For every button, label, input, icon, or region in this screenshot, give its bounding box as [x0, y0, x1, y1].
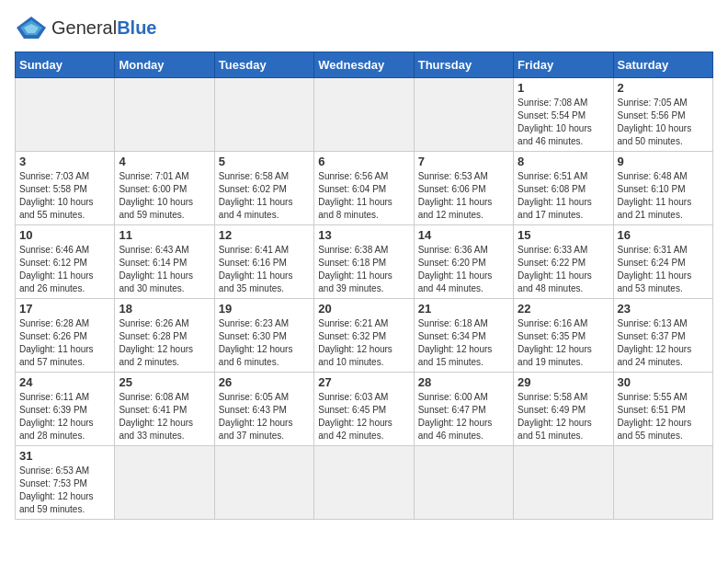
day-info: Sunrise: 6:26 AM Sunset: 6:28 PM Dayligh… [119, 317, 210, 369]
calendar-cell: 22Sunrise: 6:16 AM Sunset: 6:35 PM Dayli… [514, 299, 613, 373]
day-info: Sunrise: 6:05 AM Sunset: 6:43 PM Dayligh… [219, 391, 310, 442]
day-number: 30 [618, 375, 709, 389]
day-info: Sunrise: 6:00 AM Sunset: 6:47 PM Dayligh… [418, 391, 509, 442]
day-number: 14 [418, 228, 509, 242]
calendar-cell: 31Sunrise: 6:53 AM Sunset: 7:53 PM Dayli… [16, 446, 115, 520]
day-header-monday: Monday [115, 52, 214, 78]
calendar-cell: 24Sunrise: 6:11 AM Sunset: 6:39 PM Dayli… [16, 373, 115, 446]
day-info: Sunrise: 6:46 AM Sunset: 6:12 PM Dayligh… [19, 244, 110, 295]
calendar-cell: 19Sunrise: 6:23 AM Sunset: 6:30 PM Dayli… [214, 299, 313, 373]
calendar-cell: 6Sunrise: 6:56 AM Sunset: 6:04 PM Daylig… [314, 152, 414, 225]
day-info: Sunrise: 6:31 AM Sunset: 6:24 PM Dayligh… [618, 244, 709, 295]
day-info: Sunrise: 6:33 AM Sunset: 6:22 PM Dayligh… [518, 244, 609, 295]
day-info: Sunrise: 6:51 AM Sunset: 6:08 PM Dayligh… [518, 170, 609, 222]
day-number: 19 [219, 302, 310, 316]
day-info: Sunrise: 6:36 AM Sunset: 6:20 PM Dayligh… [418, 244, 509, 295]
day-info: Sunrise: 6:41 AM Sunset: 6:16 PM Dayligh… [219, 244, 310, 295]
day-header-friday: Friday [514, 52, 613, 78]
calendar-week-row: 3Sunrise: 7:03 AM Sunset: 5:58 PM Daylig… [16, 152, 713, 225]
day-header-tuesday: Tuesday [214, 52, 313, 78]
day-number: 2 [618, 81, 709, 95]
calendar-table: SundayMondayTuesdayWednesdayThursdayFrid… [15, 52, 713, 520]
day-number: 7 [418, 155, 509, 168]
day-number: 24 [19, 375, 110, 389]
day-info: Sunrise: 6:21 AM Sunset: 6:32 PM Dayligh… [318, 317, 409, 369]
day-info: Sunrise: 6:48 AM Sunset: 6:10 PM Dayligh… [618, 170, 709, 222]
calendar-cell: 9Sunrise: 6:48 AM Sunset: 6:10 PM Daylig… [613, 152, 712, 225]
day-info: Sunrise: 6:23 AM Sunset: 6:30 PM Dayligh… [219, 317, 310, 369]
day-info: Sunrise: 6:18 AM Sunset: 6:34 PM Dayligh… [418, 317, 509, 369]
day-info: Sunrise: 6:03 AM Sunset: 6:45 PM Dayligh… [318, 391, 409, 442]
calendar-cell: 17Sunrise: 6:28 AM Sunset: 6:26 PM Dayli… [16, 299, 115, 373]
day-number: 4 [119, 155, 210, 168]
calendar-cell [613, 446, 712, 520]
day-number: 31 [19, 449, 110, 463]
calendar-cell: 15Sunrise: 6:33 AM Sunset: 6:22 PM Dayli… [514, 225, 613, 299]
day-info: Sunrise: 7:08 AM Sunset: 5:54 PM Dayligh… [518, 97, 609, 148]
calendar-header-row: SundayMondayTuesdayWednesdayThursdayFrid… [16, 52, 713, 78]
calendar-week-row: 1Sunrise: 7:08 AM Sunset: 5:54 PM Daylig… [16, 78, 713, 152]
calendar-week-row: 24Sunrise: 6:11 AM Sunset: 6:39 PM Dayli… [16, 373, 713, 446]
calendar-cell: 27Sunrise: 6:03 AM Sunset: 6:45 PM Dayli… [314, 373, 414, 446]
day-number: 28 [418, 375, 509, 389]
day-number: 11 [119, 228, 210, 242]
calendar-cell [214, 78, 313, 152]
day-info: Sunrise: 6:53 AM Sunset: 7:53 PM Dayligh… [19, 465, 110, 516]
day-number: 29 [518, 375, 609, 389]
day-info: Sunrise: 6:56 AM Sunset: 6:04 PM Dayligh… [318, 170, 409, 222]
day-number: 21 [418, 302, 509, 316]
day-number: 17 [19, 302, 110, 316]
calendar-cell: 14Sunrise: 6:36 AM Sunset: 6:20 PM Dayli… [414, 225, 513, 299]
day-number: 13 [318, 228, 409, 242]
calendar-cell [214, 446, 313, 520]
day-number: 15 [518, 228, 609, 242]
day-info: Sunrise: 6:28 AM Sunset: 6:26 PM Dayligh… [19, 317, 110, 369]
day-info: Sunrise: 7:05 AM Sunset: 5:56 PM Dayligh… [618, 97, 709, 148]
day-number: 3 [19, 155, 110, 168]
day-number: 27 [318, 375, 409, 389]
day-number: 16 [618, 228, 709, 242]
calendar-cell: 12Sunrise: 6:41 AM Sunset: 6:16 PM Dayli… [214, 225, 313, 299]
calendar-cell: 3Sunrise: 7:03 AM Sunset: 5:58 PM Daylig… [16, 152, 115, 225]
page-header: GeneralBlue [15, 15, 713, 40]
day-header-thursday: Thursday [414, 52, 513, 78]
day-info: Sunrise: 6:13 AM Sunset: 6:37 PM Dayligh… [618, 317, 709, 369]
day-number: 25 [119, 375, 210, 389]
calendar-cell: 10Sunrise: 6:46 AM Sunset: 6:12 PM Dayli… [16, 225, 115, 299]
day-info: Sunrise: 6:53 AM Sunset: 6:06 PM Dayligh… [418, 170, 509, 222]
calendar-cell: 20Sunrise: 6:21 AM Sunset: 6:32 PM Dayli… [314, 299, 414, 373]
day-info: Sunrise: 6:16 AM Sunset: 6:35 PM Dayligh… [518, 317, 609, 369]
calendar-cell: 30Sunrise: 5:55 AM Sunset: 6:51 PM Dayli… [613, 373, 712, 446]
calendar-cell [514, 446, 613, 520]
day-info: Sunrise: 6:43 AM Sunset: 6:14 PM Dayligh… [119, 244, 210, 295]
calendar-cell [414, 446, 513, 520]
calendar-cell: 26Sunrise: 6:05 AM Sunset: 6:43 PM Dayli… [214, 373, 313, 446]
calendar-cell [314, 446, 414, 520]
calendar-cell: 16Sunrise: 6:31 AM Sunset: 6:24 PM Dayli… [613, 225, 712, 299]
day-info: Sunrise: 6:38 AM Sunset: 6:18 PM Dayligh… [318, 244, 409, 295]
calendar-cell: 23Sunrise: 6:13 AM Sunset: 6:37 PM Dayli… [613, 299, 712, 373]
day-number: 18 [119, 302, 210, 316]
calendar-cell: 13Sunrise: 6:38 AM Sunset: 6:18 PM Dayli… [314, 225, 414, 299]
day-number: 22 [518, 302, 609, 316]
day-info: Sunrise: 6:11 AM Sunset: 6:39 PM Dayligh… [19, 391, 110, 442]
calendar-cell: 29Sunrise: 5:58 AM Sunset: 6:49 PM Dayli… [514, 373, 613, 446]
day-number: 23 [618, 302, 709, 316]
calendar-cell: 28Sunrise: 6:00 AM Sunset: 6:47 PM Dayli… [414, 373, 513, 446]
logo-text: GeneralBlue [51, 17, 157, 39]
day-number: 1 [518, 81, 609, 95]
day-number: 5 [219, 155, 310, 168]
day-number: 9 [618, 155, 709, 168]
calendar-cell: 1Sunrise: 7:08 AM Sunset: 5:54 PM Daylig… [514, 78, 613, 152]
day-info: Sunrise: 7:03 AM Sunset: 5:58 PM Dayligh… [19, 170, 110, 222]
day-header-wednesday: Wednesday [314, 52, 414, 78]
calendar-week-row: 10Sunrise: 6:46 AM Sunset: 6:12 PM Dayli… [16, 225, 713, 299]
day-info: Sunrise: 5:58 AM Sunset: 6:49 PM Dayligh… [518, 391, 609, 442]
calendar-cell: 25Sunrise: 6:08 AM Sunset: 6:41 PM Dayli… [115, 373, 214, 446]
logo: GeneralBlue [15, 15, 157, 40]
calendar-cell: 21Sunrise: 6:18 AM Sunset: 6:34 PM Dayli… [414, 299, 513, 373]
calendar-cell: 18Sunrise: 6:26 AM Sunset: 6:28 PM Dayli… [115, 299, 214, 373]
day-info: Sunrise: 6:58 AM Sunset: 6:02 PM Dayligh… [219, 170, 310, 222]
logo-icon [15, 15, 48, 40]
day-number: 20 [318, 302, 409, 316]
